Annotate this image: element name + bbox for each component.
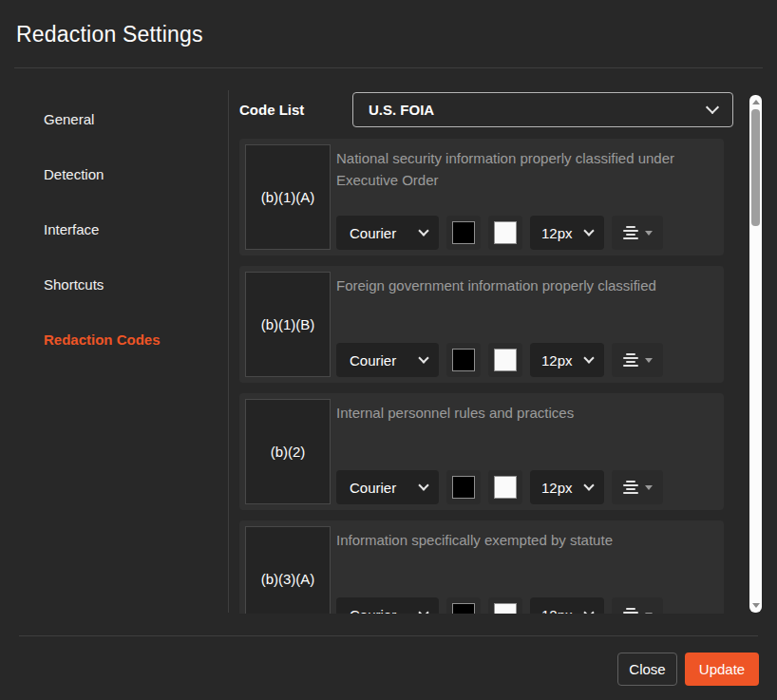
alignment-button[interactable]: [612, 216, 663, 250]
chevron-down-icon: [418, 225, 428, 236]
fill-color-button[interactable]: [446, 216, 481, 250]
redaction-codes-list: (b)(1)(A) National security information …: [239, 139, 724, 614]
scroll-up-arrow-icon[interactable]: [752, 100, 760, 104]
font-size-value: 12px: [541, 480, 573, 496]
caret-down-icon: [645, 485, 653, 490]
chevron-down-icon: [583, 225, 594, 236]
page-title: Redaction Settings: [16, 22, 203, 47]
chevron-down-icon: [583, 352, 594, 363]
redaction-code-card: (b)(1)(A) National security information …: [239, 139, 724, 255]
align-center-icon: [623, 481, 638, 494]
redaction-code-card: (b)(3)(A) Information specifically exemp…: [239, 520, 724, 614]
code-preview-box: (b)(1)(A): [245, 144, 331, 250]
update-button[interactable]: Update: [685, 653, 759, 686]
code-style-controls: Courier 12px: [336, 597, 718, 614]
chevron-down-icon: [418, 352, 428, 363]
chevron-down-icon: [583, 607, 594, 614]
font-size-select[interactable]: 12px: [530, 216, 604, 250]
text-color-swatch: [494, 349, 517, 371]
fill-color-swatch: [452, 603, 475, 614]
font-select-value: Courier: [350, 480, 396, 496]
redaction-code-card: (b)(1)(B) Foreign government information…: [239, 266, 724, 383]
chevron-down-icon: [583, 480, 594, 490]
code-style-controls: Courier 12px: [336, 470, 718, 504]
font-size-select[interactable]: 12px: [530, 470, 604, 504]
font-size-value: 12px: [541, 607, 573, 615]
caret-down-icon: [645, 613, 653, 615]
fill-color-button[interactable]: [446, 597, 481, 614]
scrollbar-thumb[interactable]: [751, 109, 760, 226]
text-color-button[interactable]: [488, 343, 522, 377]
caret-down-icon: [645, 231, 653, 236]
font-select-value: Courier: [350, 225, 396, 241]
font-select-value: Courier: [350, 352, 396, 369]
scrollbar[interactable]: [749, 95, 762, 613]
code-style-controls: Courier 12px: [336, 216, 718, 250]
code-label: (b)(1)(B): [261, 316, 315, 332]
text-color-button[interactable]: [488, 216, 522, 250]
code-list-select[interactable]: U.S. FOIA: [352, 92, 733, 127]
code-preview-box: (b)(1)(B): [245, 272, 331, 377]
chevron-down-icon: [418, 480, 428, 490]
code-description: Foreign government information properly …: [336, 272, 718, 296]
code-preview-box: (b)(2): [245, 399, 331, 504]
sidebar-item-interface[interactable]: Interface: [0, 221, 228, 238]
font-select[interactable]: Courier: [336, 216, 439, 250]
code-preview-box: (b)(3)(A): [245, 526, 331, 614]
font-select[interactable]: Courier: [336, 470, 439, 504]
font-size-value: 12px: [541, 225, 573, 241]
code-list-row: Code List U.S. FOIA: [239, 92, 733, 127]
sidebar-item-general[interactable]: General: [0, 111, 228, 128]
sidebar-item-redaction-codes[interactable]: Redaction Codes: [0, 331, 228, 349]
sidebar-item-detection[interactable]: Detection: [0, 166, 228, 183]
align-center-icon: [623, 353, 638, 367]
alignment-button[interactable]: [612, 343, 663, 377]
redaction-code-card: (b)(2) Internal personnel rules and prac…: [239, 393, 724, 510]
code-description: National security information properly c…: [336, 144, 718, 191]
scroll-down-arrow-icon[interactable]: [752, 603, 760, 608]
font-size-value: 12px: [541, 352, 573, 369]
code-style-controls: Courier 12px: [336, 343, 718, 377]
align-center-icon: [623, 608, 638, 614]
text-color-swatch: [494, 221, 517, 244]
code-list-label: Code List: [239, 92, 352, 127]
close-button[interactable]: Close: [617, 653, 677, 686]
fill-color-swatch: [452, 476, 475, 499]
code-label: (b)(1)(A): [261, 189, 315, 205]
text-color-button[interactable]: [488, 470, 522, 504]
font-select[interactable]: Courier: [336, 343, 439, 377]
chevron-down-icon: [418, 607, 428, 614]
text-color-button[interactable]: [488, 597, 522, 614]
font-select-value: Courier: [350, 607, 396, 615]
alignment-button[interactable]: [612, 597, 663, 614]
code-description: Information specifically exempted by sta…: [336, 526, 718, 551]
alignment-button[interactable]: [612, 470, 663, 504]
caret-down-icon: [645, 358, 653, 363]
sidebar-divider: [228, 90, 229, 613]
font-select[interactable]: Courier: [336, 597, 439, 614]
sidebar-item-shortcuts[interactable]: Shortcuts: [0, 276, 228, 293]
code-list-selected-value: U.S. FOIA: [369, 102, 434, 118]
fill-color-swatch: [452, 349, 475, 371]
chevron-down-icon: [706, 101, 719, 114]
code-description: Internal personnel rules and practices: [336, 399, 718, 424]
font-size-select[interactable]: 12px: [530, 597, 604, 614]
fill-color-button[interactable]: [446, 343, 481, 377]
fill-color-button[interactable]: [446, 470, 481, 504]
dialog-footer: Close Update: [617, 653, 759, 686]
text-color-swatch: [494, 476, 517, 499]
code-label: (b)(3)(A): [261, 571, 315, 587]
settings-sidebar: General Detection Interface Shortcuts Re…: [0, 68, 228, 387]
footer-divider: [19, 635, 758, 636]
align-center-icon: [623, 226, 638, 239]
code-label: (b)(2): [271, 444, 306, 460]
font-size-select[interactable]: 12px: [530, 343, 604, 377]
text-color-swatch: [494, 603, 517, 614]
fill-color-swatch: [452, 221, 475, 244]
